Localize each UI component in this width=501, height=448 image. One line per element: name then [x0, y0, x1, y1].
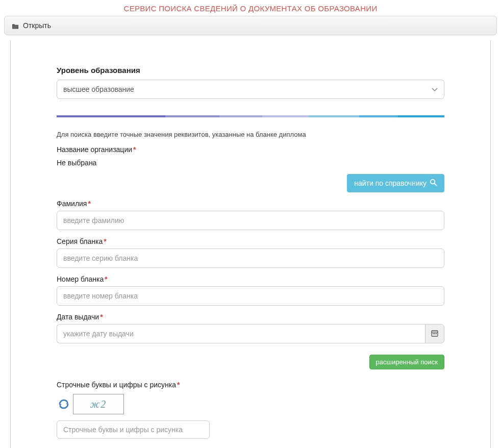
find-in-directory-button[interactable]: найти по справочнику: [347, 174, 444, 192]
svg-point-0: [431, 180, 435, 184]
divider-gradient: [57, 115, 444, 117]
lastname-label: Фамилия*: [57, 200, 444, 208]
captcha-input[interactable]: [57, 420, 210, 439]
svg-rect-5: [434, 333, 435, 334]
date-label: Дата выдачи*: [57, 313, 444, 321]
find-in-directory-label: найти по справочнику: [354, 179, 427, 187]
calendar-button[interactable]: [425, 324, 444, 343]
page-title: СЕРВИС ПОИСКА СВЕДЕНИЙ О ДОКУМЕНТАХ ОБ О…: [0, 0, 501, 16]
svg-rect-6: [436, 333, 437, 334]
svg-line-1: [434, 183, 437, 186]
series-label: Серия бланка*: [57, 237, 444, 245]
required-mark: *: [133, 145, 136, 154]
education-level-value: высшее образование: [63, 85, 134, 93]
required-mark: *: [88, 200, 90, 208]
folder-open-icon: [12, 22, 19, 29]
captcha-image: ж2: [73, 394, 124, 414]
number-input[interactable]: [57, 286, 444, 306]
number-label: Номер бланка*: [57, 275, 444, 283]
org-label: Название организации*: [57, 145, 444, 154]
captcha-label: Строчные буквы и цифры с рисунка*: [57, 381, 444, 389]
education-level-select[interactable]: высшее образование: [57, 80, 444, 99]
date-input[interactable]: [57, 324, 425, 343]
org-status: Не выбрана: [57, 159, 444, 167]
search-form: Уровень образования высшее образование Д…: [10, 40, 491, 448]
advanced-search-button[interactable]: расширенный поиск: [369, 355, 444, 369]
open-panel: Открыть: [4, 16, 497, 35]
calendar-icon: [431, 330, 438, 338]
required-mark: *: [100, 313, 103, 321]
required-mark: *: [105, 275, 107, 283]
svg-rect-4: [433, 333, 434, 334]
open-label: Открыть: [23, 21, 51, 30]
open-row[interactable]: Открыть: [12, 21, 489, 30]
form-hint: Для поиска введите точные значения рекви…: [57, 131, 444, 138]
education-level-label: Уровень образования: [57, 66, 444, 74]
required-mark: *: [104, 237, 106, 245]
refresh-icon[interactable]: [57, 397, 71, 411]
lastname-input[interactable]: [57, 211, 444, 230]
search-icon: [430, 179, 437, 188]
chevron-down-icon: [432, 85, 438, 93]
series-input[interactable]: [57, 248, 444, 268]
required-mark: *: [177, 381, 180, 389]
